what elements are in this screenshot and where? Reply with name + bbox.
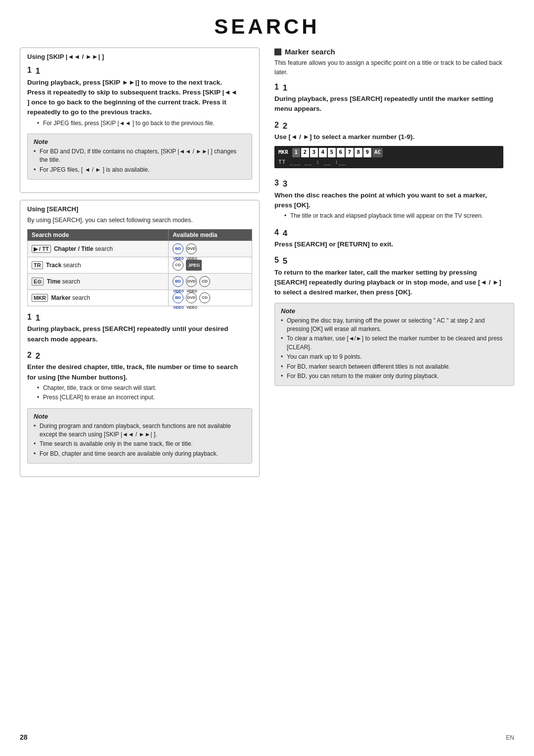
search-step2-sub-2: Press [CLEAR] to erase an incorrect inpu… xyxy=(37,393,241,402)
mkr-num-7: 7 xyxy=(346,148,354,157)
mkr-num-ac: AC xyxy=(372,148,383,157)
dvd-video-icon-4: DVDVIDEO xyxy=(186,292,197,303)
search-desc: By using [SEARCH], you can select follow… xyxy=(27,216,252,225)
marker-step3-sub: The title or track and elapsed playback … xyxy=(284,212,503,220)
search-note-list: During program and random playback, sear… xyxy=(34,422,246,459)
marker-note-list: Opening the disc tray, turning off the p… xyxy=(281,317,508,381)
marker-note-item-1: Opening the disc tray, turning off the p… xyxy=(281,317,508,334)
search-note: Note During program and random playback,… xyxy=(27,408,252,464)
skip-note-title: Note xyxy=(34,138,246,145)
search-note-item-1: During program and random playback, sear… xyxy=(34,422,246,439)
left-column: Using [SKIP |◄◄ / ►►| ] 1 During playbac… xyxy=(20,47,260,484)
marker-step-5: 5 To return to the marker later, call th… xyxy=(274,254,514,297)
bd-video-icon-3: BDVIDEO xyxy=(173,276,183,287)
mkr-num-3: 3 xyxy=(310,148,318,157)
table-cell-media-1: BDVIDEO DVDVIDEO xyxy=(169,240,252,257)
page-title: SEARCH xyxy=(20,15,514,39)
mkr-num-1: 1 xyxy=(292,148,300,157)
marker-note: Note Opening the disc tray, turning off … xyxy=(274,303,514,386)
marker-section-title: Marker search xyxy=(274,47,514,56)
marker-desc: This feature allows you to assign a spec… xyxy=(274,58,514,77)
table-row: ▶ / TT Chapter / Title search BDVIDEO DV… xyxy=(28,240,252,257)
table-cell-media-3: BDVIDEO DVDVIDEO CD xyxy=(169,273,252,289)
page-lang: EN xyxy=(506,734,514,741)
marker-note-item-2: To clear a marker, use [◄/►] to select t… xyxy=(281,334,508,352)
marker-step-2: 2 Use [◄ / ►] to select a marker number … xyxy=(274,119,514,173)
tt-row: TT ___ __ : __ :__ xyxy=(278,158,499,167)
mkr-num-5: 5 xyxy=(328,148,336,157)
table-header-media: Available media xyxy=(169,229,252,240)
skip-note: Note For BD and DVD, if title contains n… xyxy=(27,134,252,180)
search-step2-sub-1: Chapter, title, track or time search wil… xyxy=(37,384,241,392)
mkr-num-9: 9 xyxy=(363,148,371,157)
table-cell-mode-1: ▶ / TT Chapter / Title search xyxy=(28,240,169,257)
dvd-video-icon-3: DVDVIDEO xyxy=(186,276,197,287)
search-section: Using [SEARCH] By using [SEARCH], you ca… xyxy=(20,200,260,477)
table-cell-mode-4: MKR Marker search xyxy=(28,289,169,306)
right-column: Marker search This feature allows you to… xyxy=(274,47,514,393)
bd-video-icon-4: BDVIDEO xyxy=(173,292,183,303)
search-note-item-2: Time search is available only in the sam… xyxy=(34,440,246,448)
cd-icon-2: CD xyxy=(173,260,183,271)
search-note-item-3: For BD, chapter and time search are avai… xyxy=(34,450,246,458)
table-row: TR Track search CD JPEG xyxy=(28,257,252,273)
table-row: MKR Marker search BDVIDEO DVDVIDEO CD xyxy=(28,289,252,306)
using-search-title: Using [SEARCH] xyxy=(27,205,252,213)
skip-section-title: Using [SKIP |◄◄ / ►►| ] xyxy=(27,53,252,60)
search-step-2: 2 Enter the desired chapter, title, trac… xyxy=(27,349,252,403)
track-search-label: Track search xyxy=(46,262,81,269)
marker-step-1: 1 During playback, press [SEARCH] repeat… xyxy=(274,81,514,114)
marker-step-3: 3 When the disc reaches the point at whi… xyxy=(274,177,514,221)
table-cell-mode-3: E⊙ Time search xyxy=(28,273,169,289)
mkr-number-row: 1 2 3 4 5 6 7 8 9 AC xyxy=(292,148,383,157)
mkr-num-2: 2 xyxy=(301,148,309,157)
mkr-num-8: 8 xyxy=(355,148,362,157)
table-header-mode: Search mode xyxy=(28,229,169,240)
marker-note-title: Note xyxy=(281,307,508,315)
mkr-num-4: 4 xyxy=(319,148,327,157)
marker-section: Marker search This feature allows you to… xyxy=(274,47,514,386)
cd-icon-3: CD xyxy=(199,276,210,287)
bd-video-icon-1: BDVIDEO xyxy=(173,243,183,254)
skip-step1-sub: For JPEG files, press [SKIP |◄◄ ] to go … xyxy=(37,119,241,128)
page-number: 28 xyxy=(20,733,28,741)
chapter-title-search-label: Chapter / Title search xyxy=(54,245,113,252)
table-row: E⊙ Time search BDVIDEO DVDVIDEO CD xyxy=(28,273,252,289)
table-cell-mode-2: TR Track search xyxy=(28,257,169,273)
marker-note-item-5: For BD, you can return to the maker only… xyxy=(281,372,508,380)
skip-note-list: For BD and DVD, if title contains no cha… xyxy=(34,147,246,174)
marker-step-4: 4 Press [SEARCH] or [RETURN] to exit. xyxy=(274,227,514,250)
marker-note-item-3: You can mark up to 9 points. xyxy=(281,353,508,361)
skip-note-item-1: For BD and DVD, if title contains no cha… xyxy=(34,147,246,165)
mkr-label: MKR xyxy=(278,148,288,157)
skip-step-1: 1 During playback, press [SKIP ►►|] to m… xyxy=(27,64,252,129)
skip-section: Using [SKIP |◄◄ / ►►| ] 1 During playbac… xyxy=(20,47,260,193)
marker-search-label: Marker search xyxy=(51,294,90,301)
mkr-num-6: 6 xyxy=(337,148,345,157)
dvd-video-icon-1: DVDVIDEO xyxy=(186,243,197,254)
search-mode-table: Search mode Available media ▶ / TT Chapt… xyxy=(27,229,252,306)
cd-icon-4: CD xyxy=(199,292,210,303)
skip-note-item-2: For JPEG files, [ ◄ / ► ] is also availa… xyxy=(34,166,246,174)
marker-note-item-4: For BD, marker search between different … xyxy=(281,363,508,371)
marker-display: MKR 1 2 3 4 5 6 7 8 9 xyxy=(274,146,503,168)
black-square-icon xyxy=(274,48,281,55)
time-search-label: Time search xyxy=(47,278,80,285)
search-step-1: 1 During playback, press [SEARCH] repeat… xyxy=(27,311,252,344)
jpeg-icon-2: JPEG xyxy=(186,260,202,271)
search-note-title: Note xyxy=(34,413,246,420)
